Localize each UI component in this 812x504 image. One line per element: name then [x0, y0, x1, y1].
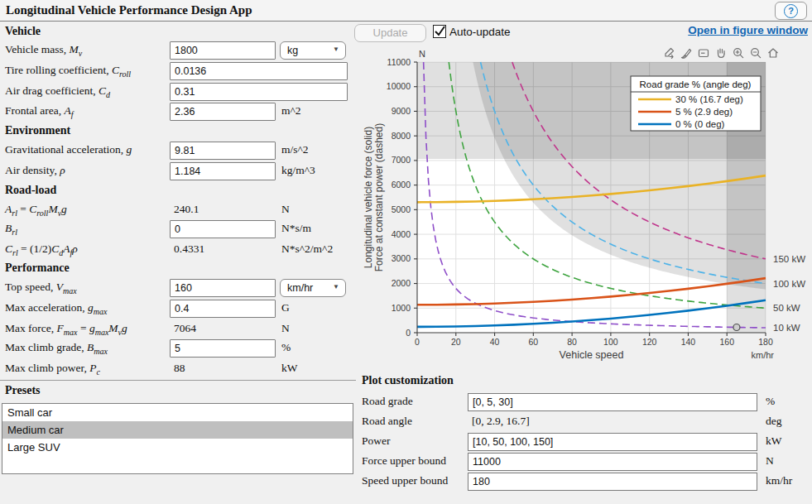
- vehicle-mass-unit-dropdown[interactable]: kg ▼: [280, 41, 346, 60]
- force-upper-bound-row: Force upper bound N: [362, 453, 812, 473]
- road-grade-unit: %: [766, 395, 775, 408]
- max-force-value: 7064: [174, 322, 196, 335]
- force-upper-bound-unit: N: [766, 454, 774, 468]
- svg-text:2000: 2000: [392, 278, 411, 288]
- a-rl-row: Arl = CrollMvg 240.1 N: [0, 201, 356, 221]
- brush-icon[interactable]: [679, 46, 694, 60]
- road-grade-row: Road grade %: [362, 393, 812, 413]
- air-density-row: Air density, ρ kg/m^3: [0, 162, 356, 182]
- performance-chart: 0204060801001201401601800100020003000400…: [362, 43, 812, 371]
- vehicle-mass-unit-value: kg: [287, 45, 298, 56]
- vehicle-performance-app: Longitudinal Vehicle Performance Design …: [0, 0, 812, 504]
- tire-coeff-input[interactable]: [170, 62, 348, 80]
- svg-text:40: 40: [490, 337, 500, 347]
- section-plot-customization: Plot customization: [362, 374, 454, 387]
- svg-text:20: 20: [451, 337, 461, 347]
- max-accel-label: Max acceleration, gmax: [5, 301, 108, 316]
- preset-item-small-car[interactable]: Small car: [2, 404, 353, 421]
- gravity-row: Gravitational acceleration, g m/s^2: [0, 142, 356, 161]
- preset-item-medium-car[interactable]: Medium car: [2, 421, 353, 439]
- open-figure-link[interactable]: Open in figure window: [688, 24, 808, 36]
- svg-text:80: 80: [567, 337, 577, 347]
- b-rl-label: Brl: [5, 222, 17, 237]
- auto-update-control[interactable]: Auto-update: [433, 25, 511, 38]
- air-density-label: Air density, ρ: [5, 164, 65, 177]
- max-accel-row: Max acceleration, gmax G: [0, 300, 356, 319]
- svg-text:160: 160: [719, 337, 734, 347]
- check-icon: [433, 24, 447, 38]
- section-roadload: Road-load: [5, 184, 56, 197]
- a-rl-unit: N: [281, 203, 290, 216]
- max-accel-input[interactable]: [170, 300, 276, 318]
- gravity-input[interactable]: [170, 142, 276, 160]
- b-rl-input[interactable]: [170, 220, 276, 238]
- max-climb-grade-label: Max climb grade, Bmax: [5, 341, 108, 356]
- drag-coeff-label: Air drag coefficient, Cd: [5, 84, 110, 99]
- svg-text:150 kW: 150 kW: [773, 254, 805, 264]
- svg-text:Vehicle speed: Vehicle speed: [560, 349, 624, 361]
- power-input[interactable]: [468, 433, 757, 451]
- top-speed-unit-dropdown[interactable]: km/hr ▼: [280, 279, 346, 297]
- road-grade-input[interactable]: [468, 393, 757, 411]
- max-climb-grade-input[interactable]: [170, 339, 276, 358]
- svg-text:180: 180: [758, 337, 773, 347]
- svg-text:100: 100: [603, 337, 618, 347]
- zoom-in-icon[interactable]: [731, 46, 746, 60]
- frontal-area-input[interactable]: [170, 103, 276, 121]
- max-force-row: Max force, Fmax = gmaxMvg 7064 N: [0, 320, 356, 340]
- svg-text:0: 0: [406, 328, 411, 338]
- auto-update-checkbox[interactable]: [433, 25, 446, 38]
- titlebar: Longitudinal Vehicle Performance Design …: [0, 0, 812, 22]
- a-rl-value: 240.1: [174, 203, 199, 216]
- preset-item-large-suv[interactable]: Large SUV: [2, 439, 353, 456]
- vehicle-mass-input[interactable]: [170, 41, 276, 60]
- top-speed-unit-value: km/hr: [287, 282, 313, 294]
- tire-coeff-row: Tire rolling coefficient, Croll: [0, 62, 356, 82]
- speed-upper-bound-unit: km/hr: [766, 474, 792, 487]
- power-row: Power kW: [362, 433, 812, 453]
- svg-text:100 kW: 100 kW: [773, 279, 805, 289]
- pan-icon[interactable]: [714, 46, 728, 60]
- frontal-area-label: Frontal area, Af: [5, 104, 74, 119]
- tire-coeff-label: Tire rolling coefficient, Croll: [5, 64, 131, 79]
- svg-text:11000: 11000: [387, 57, 411, 67]
- presets-listbox[interactable]: Small car Medium car Large SUV: [2, 403, 353, 474]
- update-button[interactable]: Update: [354, 24, 426, 42]
- power-label: Power: [362, 434, 391, 448]
- svg-text:8000: 8000: [392, 131, 411, 141]
- chevron-down-icon: ▼: [333, 283, 339, 290]
- force-upper-bound-input[interactable]: [468, 453, 757, 471]
- help-icon: ?: [784, 4, 798, 18]
- svg-text:60: 60: [528, 337, 538, 347]
- divider: [0, 380, 356, 381]
- chart-legend: Road grade % (angle deg)30 % (16.7 deg)5…: [631, 76, 761, 131]
- section-environment: Environment: [5, 124, 70, 137]
- vehicle-mass-row: Vehicle mass, Mv kg ▼: [0, 41, 356, 61]
- export-icon[interactable]: [661, 46, 676, 60]
- top-speed-input[interactable]: [170, 279, 276, 297]
- svg-text:120: 120: [642, 337, 657, 347]
- speed-upper-bound-label: Speed upper bound: [362, 474, 448, 487]
- max-climb-power-unit: kW: [281, 362, 298, 375]
- svg-text:3000: 3000: [392, 253, 411, 263]
- air-density-input[interactable]: [170, 162, 276, 180]
- help-button[interactable]: ?: [775, 2, 807, 20]
- curve-marker[interactable]: [733, 324, 740, 331]
- max-force-unit: N: [281, 322, 290, 335]
- c-rl-label: Crl = (1/2)CdAfρ: [5, 242, 78, 257]
- home-icon[interactable]: [766, 46, 781, 60]
- b-rl-row: Brl N*s/m: [0, 220, 356, 240]
- svg-text:50 kW: 50 kW: [773, 303, 800, 313]
- svg-text:30 % (16.7 deg): 30 % (16.7 deg): [675, 94, 743, 104]
- speed-upper-bound-input[interactable]: [468, 473, 757, 491]
- datatip-icon[interactable]: [696, 46, 711, 60]
- road-angle-unit: deg: [766, 415, 782, 428]
- drag-coeff-input[interactable]: [170, 83, 348, 101]
- c-rl-row: Crl = (1/2)CdAfρ 0.4331 N*s^2/m^2: [0, 241, 356, 261]
- force-upper-bound-label: Force upper bound: [362, 454, 446, 468]
- road-angle-label: Road angle: [362, 415, 412, 428]
- y-axis-label: Longitudinal vehicle force (solid)Force …: [363, 123, 385, 271]
- zoom-out-icon[interactable]: [748, 46, 763, 60]
- svg-text:5 % (2.9 deg): 5 % (2.9 deg): [675, 107, 733, 117]
- axes-toolbar: [661, 46, 781, 60]
